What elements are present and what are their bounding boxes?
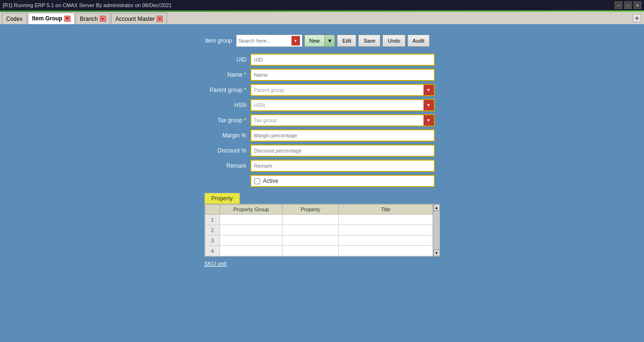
margin-row: Margin %	[199, 129, 445, 142]
maximize-button[interactable]: □	[624, 1, 632, 9]
table-row: 3	[205, 235, 432, 246]
scroll-up-button[interactable]: ▲	[433, 204, 440, 211]
hsn-select[interactable]: HSN ▼	[250, 99, 435, 111]
sku-unit-link[interactable]: SKU unit	[204, 261, 227, 267]
col-property-header: Property	[282, 205, 339, 215]
title-cell-3[interactable]	[339, 235, 432, 246]
discount-row: Discount %	[199, 144, 445, 157]
tab-item-group-close[interactable]: ✕	[64, 16, 71, 22]
tax-group-select[interactable]: Tax group ▼	[250, 114, 435, 126]
add-tab-button[interactable]: +	[633, 14, 641, 22]
row-num-1: 1	[205, 215, 220, 225]
title-text: [R1] Running ERP 5.1 on CMAX Server By a…	[3, 2, 172, 8]
row-num-3: 3	[205, 235, 220, 246]
propgroup-cell-1[interactable]	[220, 215, 282, 225]
col-color-header	[205, 205, 220, 215]
hsn-row: HSN HSN ▼	[199, 99, 445, 111]
table-scrollbar[interactable]: ▲ ▼	[433, 204, 440, 256]
form-container: UID Name * Parent group * Parent group ▼…	[199, 54, 445, 193]
remark-row: Remark	[199, 160, 445, 172]
tab-codex[interactable]: Codex	[2, 13, 27, 24]
name-input[interactable]	[250, 69, 435, 81]
undo-button[interactable]: Undo	[382, 35, 405, 47]
minimize-button[interactable]: ─	[615, 1, 622, 9]
title-cell-4[interactable]	[339, 246, 432, 256]
table-row: 2	[205, 225, 432, 235]
property-table-area: Property Group Property Title 1	[205, 204, 440, 256]
new-dropdown-button[interactable]: ▼	[325, 35, 335, 47]
hsn-label: HSN	[199, 102, 247, 108]
propgroup-cell-2[interactable]	[220, 225, 282, 235]
property-tab-header: Property	[204, 193, 440, 204]
title-cell-2[interactable]	[339, 225, 432, 235]
tax-group-row: Tax group * Tax group ▼	[199, 114, 445, 126]
remark-label: Remark	[199, 162, 247, 169]
active-label: Active	[263, 178, 279, 184]
main-content: Item group ▼ New ▼ Edit Save Undo Audit …	[0, 25, 644, 277]
tab-branch-label: Branch	[80, 16, 98, 22]
search-input[interactable]	[238, 38, 291, 44]
row-num-2: 2	[205, 225, 220, 235]
title-cell-1[interactable]	[339, 215, 432, 225]
tab-item-group[interactable]: Item Group ✕	[28, 13, 75, 24]
uid-label: UID	[199, 56, 247, 63]
property-table: Property Group Property Title 1	[205, 204, 433, 256]
propgroup-cell-4[interactable]	[220, 246, 282, 256]
propgroup-cell-3[interactable]	[220, 235, 282, 246]
tab-codex-label: Codex	[6, 16, 23, 22]
table-row: 4	[205, 246, 432, 256]
parent-group-dropdown-arrow[interactable]: ▼	[423, 85, 434, 95]
property-cell-2[interactable]	[282, 225, 339, 235]
tab-account-master[interactable]: Account Master ✕	[111, 13, 167, 24]
col-propgroup-header: Property Group	[220, 205, 282, 215]
property-section: Property Property Group Property Title	[204, 193, 440, 257]
edit-button[interactable]: Edit	[337, 35, 356, 47]
table-row: 1	[205, 215, 432, 225]
parent-group-row: Parent group * Parent group ▼	[199, 84, 445, 96]
margin-input[interactable]	[250, 129, 435, 142]
parent-group-select[interactable]: Parent group ▼	[250, 84, 435, 96]
search-dropdown-arrow[interactable]: ▼	[291, 36, 300, 45]
tab-account-master-close[interactable]: ✕	[157, 16, 163, 22]
property-cell-1[interactable]	[282, 215, 339, 225]
remark-input[interactable]	[250, 160, 435, 172]
property-tab-button[interactable]: Property	[204, 193, 240, 204]
property-table-wrapper: Property Group Property Title 1	[204, 204, 440, 257]
search-box[interactable]: ▼	[236, 35, 302, 47]
save-button[interactable]: Save	[358, 35, 380, 47]
sku-row: SKU unit	[204, 259, 440, 267]
tab-account-master-label: Account Master	[115, 16, 155, 22]
new-button[interactable]: New	[304, 35, 325, 47]
hsn-dropdown-arrow[interactable]: ▼	[423, 100, 434, 110]
row-num-4: 4	[205, 246, 220, 256]
scroll-down-button[interactable]: ▼	[433, 250, 440, 256]
discount-input[interactable]	[250, 144, 435, 157]
item-group-field-label: Item group	[199, 37, 232, 44]
col-title-header: Title	[339, 205, 432, 215]
tab-item-group-label: Item Group	[32, 15, 62, 22]
active-checkbox[interactable]	[254, 178, 260, 184]
tax-group-dropdown-arrow[interactable]: ▼	[423, 115, 434, 126]
active-container: Active	[250, 175, 435, 187]
uid-row: UID	[199, 54, 445, 66]
property-cell-3[interactable]	[282, 235, 339, 246]
name-label: Name *	[199, 72, 247, 78]
close-window-button[interactable]: ✕	[634, 1, 641, 9]
discount-label: Discount %	[199, 147, 247, 154]
parent-group-label: Parent group *	[199, 87, 247, 93]
title-bar: [R1] Running ERP 5.1 on CMAX Server By a…	[0, 0, 644, 10]
audit-button[interactable]: Audit	[407, 35, 430, 47]
margin-label: Margin %	[199, 132, 247, 139]
name-row: Name *	[199, 69, 445, 81]
tax-group-label: Tax group *	[199, 117, 247, 124]
property-cell-4[interactable]	[282, 246, 339, 256]
active-row: Active	[250, 175, 445, 187]
tab-bar: Codex Item Group ✕ Branch ✕ Account Mast…	[0, 12, 644, 25]
tab-branch[interactable]: Branch ✕	[76, 13, 110, 24]
uid-input[interactable]	[250, 54, 435, 66]
tab-branch-close[interactable]: ✕	[100, 16, 106, 22]
